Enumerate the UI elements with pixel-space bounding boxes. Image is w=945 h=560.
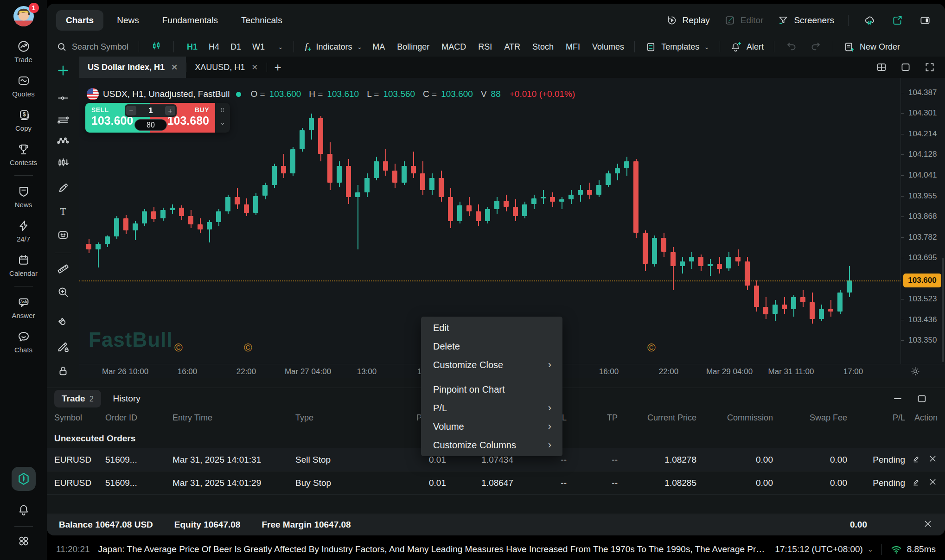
close-summary-button[interactable]: [923, 519, 933, 531]
maximize-icon[interactable]: [900, 61, 912, 73]
search-symbol-button[interactable]: Search Symbol: [56, 41, 128, 52]
expand-panel-icon[interactable]: [916, 393, 927, 404]
axis-scrollbar[interactable]: [942, 258, 944, 362]
indicator-rsi[interactable]: RSI: [478, 42, 492, 52]
indicator-ma[interactable]: MA: [372, 42, 385, 52]
notifications-button[interactable]: [13, 499, 34, 522]
tool-lock[interactable]: [56, 364, 70, 380]
svg-text:Ask: Ask: [20, 300, 27, 304]
undo-button[interactable]: [785, 39, 798, 55]
editor-button[interactable]: Editor: [724, 14, 764, 26]
tool-text[interactable]: T: [56, 204, 70, 220]
timeframe-w1[interactable]: W1: [249, 40, 268, 54]
chart-tab-xauusd-h1[interactable]: XAUUSD, H1✕: [186, 57, 266, 78]
indicator-bollinger[interactable]: Bollinger: [397, 42, 429, 52]
tool-magnet[interactable]: [56, 316, 70, 331]
fastbull-app: 1 TradeQuotes$CopyContestsNews24/7Calend…: [0, 0, 945, 560]
avatar[interactable]: 1: [13, 6, 34, 27]
tab-technicals[interactable]: Technicals: [231, 10, 292, 31]
rail-item-calendar[interactable]: Calendar: [0, 248, 47, 282]
split-layout-icon[interactable]: [875, 61, 888, 73]
price-tick: 103.436: [901, 315, 945, 325]
column-header-action: Action: [905, 413, 938, 423]
indicator-macd[interactable]: MACD: [441, 42, 466, 52]
menu-item-delete[interactable]: Delete: [421, 337, 562, 356]
menu-item-edit[interactable]: Edit: [421, 318, 562, 337]
tool-trendline[interactable]: [56, 89, 70, 105]
replay-button[interactable]: Replay: [666, 14, 710, 26]
indicator-stoch[interactable]: Stoch: [532, 42, 554, 52]
cancel-order-button[interactable]: [928, 454, 938, 466]
external-link-button[interactable]: [890, 13, 904, 27]
panel-tab-history[interactable]: History: [106, 390, 148, 407]
new-order-button[interactable]: New Order: [843, 41, 900, 53]
panel-tab-trade[interactable]: Trade2: [54, 390, 101, 407]
news-ticker[interactable]: Japan: The Average Price Of Beer Is Grea…: [98, 544, 767, 554]
tool-emoji[interactable]: [56, 228, 70, 244]
drag-handle-icon[interactable]: ⠿: [220, 109, 225, 112]
chart-settings-button[interactable]: [910, 366, 921, 379]
price-axis[interactable]: 104.387104.301104.214104.128104.041103.9…: [900, 78, 945, 364]
indicator-atr[interactable]: ATR: [504, 42, 520, 52]
rail-item-contests[interactable]: Contests: [0, 137, 47, 172]
tab-fundamentals[interactable]: Fundamentals: [153, 10, 228, 31]
menu-item-customize-close[interactable]: Customize Close›: [421, 356, 562, 374]
close-tab-icon[interactable]: ✕: [251, 63, 258, 72]
chart-tab-us-dollar-index-h1[interactable]: US Dollar Index, H1✕: [79, 57, 186, 78]
rail-item-answer[interactable]: AskAnswer: [0, 290, 47, 325]
timeframe-d1[interactable]: D1: [228, 40, 244, 54]
qty-decrease-button[interactable]: −: [126, 106, 136, 115]
rail-item-news[interactable]: News: [0, 179, 47, 214]
tool-parallel-channel[interactable]: [56, 113, 70, 129]
menu-item-pinpoint-on-chart[interactable]: Pinpoint on Chart: [421, 380, 562, 399]
close-tab-icon[interactable]: ✕: [171, 63, 178, 72]
server-clock[interactable]: 17:15:12 (UTC+08:00) ⌄: [775, 544, 873, 554]
cancel-order-button[interactable]: [928, 477, 938, 489]
candle-style-button[interactable]: [149, 39, 163, 55]
toolbar-divider: [294, 41, 294, 52]
indicators-button[interactable]: ƒ+ Indicators ⌄: [304, 41, 362, 53]
tool-ruler[interactable]: [56, 262, 70, 278]
minimize-panel-icon[interactable]: [892, 393, 903, 404]
rail-item-label: 24/7: [17, 235, 30, 243]
order-row[interactable]: EURUSD51609...Mar 31, 2025 14:01:29Buy S…: [47, 471, 945, 495]
cloud-sync-button[interactable]: [862, 13, 876, 27]
timeframe-h1[interactable]: H1: [184, 40, 200, 54]
redo-button[interactable]: [809, 39, 823, 55]
rail-item-trade[interactable]: Trade: [0, 34, 47, 69]
edit-order-button[interactable]: [912, 454, 921, 466]
menu-item-customize-columns[interactable]: Customize Columns›: [421, 436, 562, 454]
fullscreen-icon[interactable]: [924, 61, 936, 73]
qty-increase-button[interactable]: +: [165, 106, 175, 115]
tool-xabcd-pattern[interactable]: [56, 134, 70, 149]
tab-charts[interactable]: Charts: [56, 10, 103, 31]
rail-item-copy[interactable]: $Copy: [0, 103, 47, 137]
screeners-button[interactable]: Screeners: [777, 14, 834, 26]
tool-zoom-in[interactable]: [56, 285, 70, 301]
qty-value: 1: [148, 106, 153, 115]
widget-collapse-icon[interactable]: ⌄: [220, 119, 225, 126]
rail-item-terminal-active[interactable]: [12, 467, 36, 491]
indicator-mfi[interactable]: MFI: [566, 42, 580, 52]
tool-candles-pattern[interactable]: [56, 156, 70, 172]
templates-button[interactable]: Templates ⌄: [645, 41, 709, 53]
top-header: ChartsNewsFundamentalsTechnicals ReplayE…: [47, 4, 945, 37]
tab-news[interactable]: News: [107, 10, 149, 31]
alert-button[interactable]: Alert: [730, 41, 764, 53]
rail-item-quotes[interactable]: Quotes: [0, 69, 47, 103]
add-chart-tab-button[interactable]: +: [267, 60, 289, 75]
tool-pencil-lock[interactable]: [56, 340, 70, 356]
rail-item-all-day[interactable]: 24/7: [0, 214, 47, 248]
rail-item-chats[interactable]: Chats: [0, 325, 47, 359]
rail-item-label: News: [15, 201, 32, 209]
apps-menu-button[interactable]: [13, 530, 34, 554]
indicator-volumes[interactable]: Volumes: [592, 42, 624, 52]
timeframe-chevron-icon[interactable]: ⌄: [278, 43, 283, 51]
edit-order-button[interactable]: [912, 477, 921, 489]
tool-add[interactable]: [56, 64, 70, 79]
timeframe-h4[interactable]: H4: [206, 40, 222, 54]
menu-item-volume[interactable]: Volume›: [421, 417, 562, 436]
panel-right-button[interactable]: [918, 13, 932, 27]
tool-brush[interactable]: [56, 181, 70, 197]
menu-item-p-l[interactable]: P/L›: [421, 399, 562, 417]
